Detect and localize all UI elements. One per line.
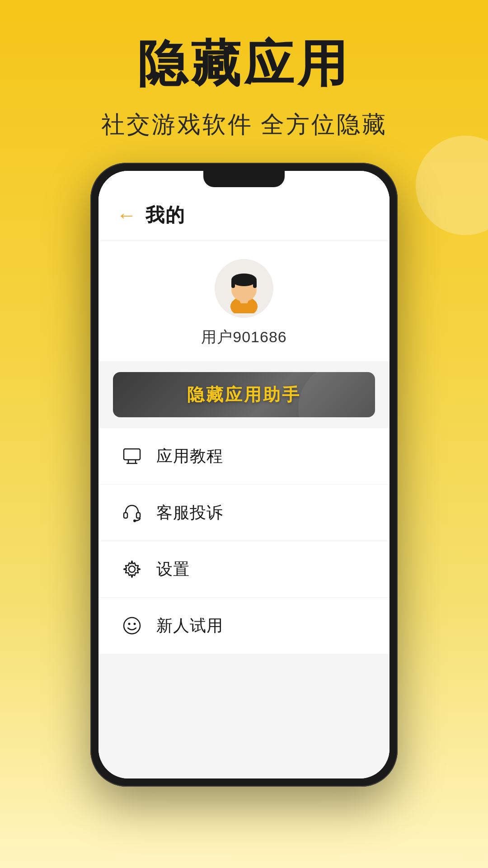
decoration-circle xyxy=(416,136,488,235)
menu-item-settings[interactable]: 设置 xyxy=(99,541,389,598)
main-title: 隐藏应用 xyxy=(0,36,488,91)
monitor-icon xyxy=(120,444,144,468)
menu-item-tutorial[interactable]: 应用教程 xyxy=(99,428,389,485)
sub-title: 社交游戏软件 全方位隐藏 xyxy=(0,109,488,141)
svg-rect-11 xyxy=(136,513,140,518)
menu-list: 应用教程 客服投诉 xyxy=(99,428,389,654)
avatar xyxy=(215,259,273,318)
svg-point-15 xyxy=(128,623,131,625)
svg-point-3 xyxy=(231,274,257,286)
menu-label-trial: 新人试用 xyxy=(156,615,223,637)
headphone-icon xyxy=(120,501,144,524)
screen-content: ← 我的 xyxy=(99,171,389,778)
menu-label-support: 客服投诉 xyxy=(156,502,223,524)
gear-icon xyxy=(120,557,144,581)
svg-rect-4 xyxy=(231,280,235,288)
profile-section: 用户901686 xyxy=(99,241,389,361)
svg-rect-6 xyxy=(124,449,140,460)
svg-rect-5 xyxy=(253,280,257,288)
phone-mockup: ← 我的 xyxy=(90,163,398,787)
banner: 隐藏应用助手 xyxy=(113,372,375,417)
svg-point-12 xyxy=(133,519,136,522)
svg-point-13 xyxy=(129,566,135,572)
phone-inner-frame: ← 我的 xyxy=(99,171,389,778)
menu-label-settings: 设置 xyxy=(156,558,190,580)
phone-outer-frame: ← 我的 xyxy=(90,163,398,787)
svg-point-14 xyxy=(124,618,140,634)
bottom-area xyxy=(99,661,389,778)
top-section: 隐藏应用 社交游戏软件 全方位隐藏 xyxy=(0,0,488,141)
username: 用户901686 xyxy=(201,327,286,348)
avatar-svg xyxy=(219,264,269,313)
page-title: 我的 xyxy=(145,203,185,228)
svg-point-16 xyxy=(134,623,136,625)
banner-text: 隐藏应用助手 xyxy=(187,383,301,406)
phone-notch xyxy=(203,171,285,187)
menu-item-support[interactable]: 客服投诉 xyxy=(99,485,389,541)
svg-rect-10 xyxy=(124,513,127,518)
back-button[interactable]: ← xyxy=(117,205,136,225)
menu-label-tutorial: 应用教程 xyxy=(156,445,223,467)
menu-item-trial[interactable]: 新人试用 xyxy=(99,598,389,654)
smiley-icon xyxy=(120,614,144,637)
